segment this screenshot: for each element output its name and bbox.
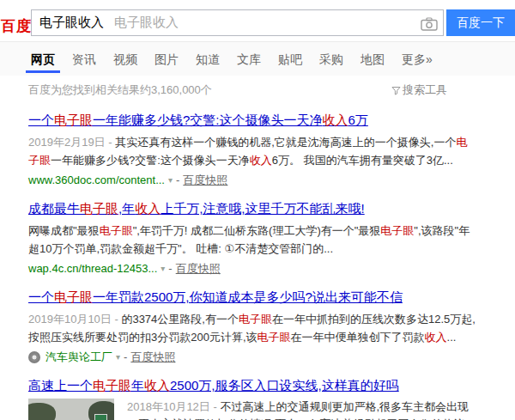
search-result: 成都最牛电子眼,年收入上千万,注意哦,这里千万不能乱来哦!网曝成都"最狠电子眼"… <box>28 200 489 277</box>
meta-separator: - <box>176 172 179 189</box>
search-result: 一个电子眼一年能赚多少钱?交警:这个摄像头一天净收入6万2019年2月19日 -… <box>28 112 489 189</box>
highlighted-keyword: 电子眼 <box>93 378 131 393</box>
text-segment: 6万。 我国的汽车拥有量突破了3亿... <box>272 154 453 167</box>
tab-video[interactable]: 视频 <box>108 52 142 73</box>
results-bar: 百度为您找到相关结果约3,160,000个 搜索工具 <box>0 82 515 98</box>
search-result: 高速上一个电子眼年收入2500万,服务区入口设实线,这样真的好吗2018年10月… <box>28 377 489 420</box>
meta-separator: - <box>124 349 127 366</box>
dropdown-caret-icon[interactable]: ▾ <box>161 260 165 277</box>
tab-wenku[interactable]: 文库 <box>232 52 266 73</box>
text-segment: 其实还真有这样一个赚钱的机器,它就是沈海高速上的一个摄像头,一个 <box>115 136 456 149</box>
cache-link[interactable]: 百度快照 <box>183 172 227 189</box>
text-segment: 网曝成都"最狠 <box>28 224 100 237</box>
tab-more[interactable]: 更多» <box>397 52 438 73</box>
search-tools-toggle[interactable]: 搜索工具 <box>391 82 447 98</box>
result-thumbnail[interactable] <box>28 399 114 420</box>
result-date: 2019年2月19日 - <box>28 136 115 149</box>
result-url[interactable]: www.360doc.com/content... <box>28 172 165 189</box>
result-meta: wap.4c.cn/thread-12453...▾-百度快照 <box>28 260 489 277</box>
result-meta: www.360doc.com/content...▾-百度快照 <box>28 172 489 189</box>
result-source-name[interactable]: 汽车舆论工厂 <box>45 349 112 366</box>
result-title-link[interactable]: 一个电子眼一年罚款2500万,你知道成本是多少吗?说出来可能不信 <box>28 289 403 305</box>
text-segment: 2500万,服务区入口设实线,这样真的好吗 <box>170 378 399 393</box>
result-body-column: 2018年10月12日 - 不过高速上的交通规则更加严格,很多车主都会出现一不小… <box>127 399 489 420</box>
highlighted-keyword: 电子眼 <box>239 313 272 326</box>
results-list: 一个电子眼一年能赚多少钱?交警:这个摄像头一天净收入6万2019年2月19日 -… <box>0 98 515 420</box>
text-segment: ,年 <box>118 201 135 216</box>
thumbnail-art-t-sign <box>95 415 106 420</box>
text-segment: ... <box>447 331 457 344</box>
search-suggestion-text: 电子眼收入 <box>114 15 179 31</box>
result-meta: 汽车舆论工厂▾-百度快照 <box>28 349 489 366</box>
search-input[interactable]: 电子眼收入 电子眼收入 <box>31 9 444 36</box>
result-snippet: 网曝成都"最狠电子眼",年罚千万! 成都二仙桥东路(理工大学)有一个"最狠电子眼… <box>28 222 478 258</box>
result-type-tabs: 网页资讯视频图片知道文库贴吧采购地图更多» <box>0 41 515 76</box>
result-title-link[interactable]: 成都最牛电子眼,年收入上千万,注意哦,这里千万不能乱来哦! <box>28 200 365 216</box>
tab-news[interactable]: 资讯 <box>67 52 101 73</box>
search-tools-label: 搜索工具 <box>403 82 447 98</box>
results-count: 百度为您找到相关结果约3,160,000个 <box>28 83 212 96</box>
meta-separator: - <box>168 260 172 277</box>
result-date: 2018年10月12日 - <box>127 400 220 413</box>
search-header: 百度 电子眼收入 电子眼收入 百度一下 <box>0 0 515 41</box>
highlighted-keyword: 收入 <box>144 378 170 393</box>
text-segment: 成都最牛 <box>28 201 80 216</box>
result-body-row: 2018年10月12日 - 不过高速上的交通规则更加严格,很多车主都会出现一不小… <box>28 399 489 420</box>
result-snippet: 2018年10月12日 - 不过高速上的交通规则更加严格,很多车主都会出现一不小… <box>127 399 479 420</box>
tab-webpage[interactable]: 网页 <box>26 52 60 73</box>
highlighted-keyword: 电子眼 <box>100 224 133 237</box>
result-title-link[interactable]: 高速上一个电子眼年收入2500万,服务区入口设实线,这样真的好吗 <box>28 377 399 393</box>
text-segment: 在一年中便单独创下了罚款 <box>291 331 425 344</box>
text-segment: 年 <box>131 378 144 393</box>
search-result: 一个电子眼一年罚款2500万,你知道成本是多少吗?说出来可能不信2019年10月… <box>28 289 489 366</box>
tab-image[interactable]: 图片 <box>149 52 184 73</box>
tab-purchase[interactable]: 采购 <box>314 52 348 73</box>
filter-icon <box>391 86 401 95</box>
text-segment: 高速上一个 <box>28 378 93 393</box>
result-snippet: 2019年10月10日 - 的3374公里路段,有一个电子眼在一年中抓拍到的压线… <box>28 310 478 346</box>
text-segment: 一年罚款2500万,你知道成本是多少吗?说出来可能不信 <box>93 289 403 304</box>
cache-link[interactable]: 百度快照 <box>130 349 175 366</box>
dropdown-caret-icon[interactable]: ▾ <box>116 349 120 366</box>
tab-tieba[interactable]: 贴吧 <box>273 52 307 73</box>
text-segment: 一个 <box>28 289 54 304</box>
result-title-link[interactable]: 一个电子眼一年能赚多少钱?交警:这个摄像头一天净收入6万 <box>28 112 368 128</box>
highlighted-keyword: 收入 <box>323 113 348 127</box>
highlighted-keyword: 收入 <box>135 201 161 216</box>
result-date: 2019年10月10日 - <box>28 313 121 326</box>
text-segment: 上千万,注意哦,这里千万不能乱来哦! <box>161 201 365 216</box>
dropdown-caret-icon[interactable]: ▾ <box>168 172 173 189</box>
text-segment: 的3374公里路段,有一个 <box>121 313 239 326</box>
highlighted-keyword: 收入 <box>250 154 272 167</box>
cache-link[interactable]: 百度快照 <box>176 260 221 277</box>
text-segment: ",年罚千万! 成都二仙桥东路(理工大学)有一个"最狠 <box>133 224 381 237</box>
search-query-text: 电子眼收入 <box>39 15 104 31</box>
tab-map[interactable]: 地图 <box>355 52 390 73</box>
thumbnail-art-t-treeL <box>28 403 56 420</box>
text-segment: 一个 <box>28 113 54 127</box>
highlighted-keyword: 电子眼 <box>258 331 291 344</box>
highlighted-keyword: 电子眼 <box>54 289 93 304</box>
highlighted-keyword: 电子眼 <box>80 201 118 216</box>
source-favicon-car-logo <box>28 351 40 363</box>
result-snippet: 2019年2月19日 - 其实还真有这样一个赚钱的机器,它就是沈海高速上的一个摄… <box>28 133 478 169</box>
baidu-logo[interactable]: 百度 <box>1 16 32 36</box>
text-segment: 一年能赚多少钱?交警:这个摄像头一天净 <box>51 154 250 167</box>
tab-zhidao[interactable]: 知道 <box>191 52 225 73</box>
highlighted-keyword: 电子眼 <box>54 113 93 127</box>
result-url[interactable]: wap.4c.cn/thread-12453... <box>28 260 157 277</box>
text-segment: 6万 <box>348 113 368 127</box>
highlighted-keyword: 收入 <box>425 331 447 344</box>
highlighted-keyword: 电子眼 <box>380 224 414 237</box>
search-submit-button[interactable]: 百度一下 <box>446 9 515 36</box>
camera-icon[interactable] <box>421 17 438 31</box>
text-segment: 一年能赚多少钱?交警:这个摄像头一天净 <box>93 113 323 127</box>
